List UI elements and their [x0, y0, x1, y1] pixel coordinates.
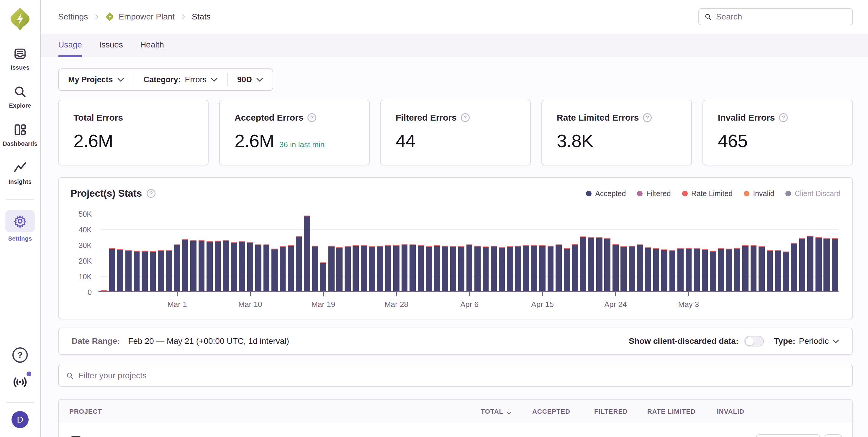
chart-bar[interactable]	[474, 246, 480, 291]
chart-bar[interactable]	[604, 238, 611, 291]
project-settings-button[interactable]	[825, 434, 842, 437]
chart-bar[interactable]	[166, 250, 172, 291]
chart-bar[interactable]	[247, 242, 253, 291]
chart-bar[interactable]	[369, 246, 375, 291]
chart-bar[interactable]	[807, 236, 813, 291]
chart-bar[interactable]	[799, 238, 805, 291]
chart-bar[interactable]	[142, 250, 148, 291]
chart-bar[interactable]	[670, 250, 676, 291]
chart-bar[interactable]	[556, 244, 562, 291]
category-selector[interactable]: Category: Errors	[134, 69, 227, 90]
client-discard-toggle[interactable]	[744, 336, 764, 346]
chart-bar[interactable]	[450, 246, 457, 291]
chart-bar[interactable]	[783, 251, 789, 291]
chart-bar[interactable]	[702, 249, 708, 291]
chart-bar[interactable]	[564, 248, 570, 291]
chart-bar[interactable]	[434, 245, 440, 291]
breadcrumb-org[interactable]: Empower Plant	[119, 12, 175, 22]
chart-bar[interactable]	[158, 250, 164, 291]
legend-item-rate-limited[interactable]: Rate Limited	[682, 189, 733, 198]
chart-bar[interactable]	[231, 242, 237, 291]
column-total[interactable]: TOTAL	[461, 408, 513, 415]
chart-bar[interactable]	[775, 250, 781, 291]
column-rate-limited[interactable]: RATE LIMITED	[628, 408, 696, 415]
chart-bar[interactable]	[393, 245, 400, 291]
help-circle-icon[interactable]: ?	[779, 113, 788, 122]
chart-bar[interactable]	[134, 250, 140, 291]
chart-bar[interactable]	[329, 246, 335, 291]
chart-bar[interactable]	[426, 246, 432, 291]
chart-bar[interactable]	[117, 249, 123, 291]
chart-bar[interactable]	[751, 245, 757, 291]
chart-bar[interactable]	[442, 246, 448, 291]
chart-bar[interactable]	[661, 249, 668, 291]
chart-bar[interactable]	[336, 247, 343, 291]
help-circle-icon[interactable]: ?	[307, 113, 316, 122]
chart-bar[interactable]	[198, 240, 205, 291]
chart-bar[interactable]	[223, 240, 229, 291]
chart-bar[interactable]	[255, 244, 261, 291]
chart-bar[interactable]	[539, 245, 546, 291]
column-accepted[interactable]: ACCEPTED	[513, 408, 570, 415]
sentry-logo[interactable]	[8, 6, 32, 31]
search-input[interactable]	[716, 12, 847, 22]
chart-bar[interactable]	[637, 244, 643, 291]
chart-bar[interactable]	[613, 244, 619, 291]
chart-bar[interactable]	[515, 246, 521, 291]
avatar[interactable]: D	[11, 411, 29, 428]
legend-item-client-discard[interactable]: Client Discard	[785, 189, 841, 198]
chart-bar[interactable]	[523, 245, 529, 291]
chart-bar[interactable]	[694, 248, 700, 291]
chart-bar[interactable]	[207, 241, 213, 291]
chart-bar[interactable]	[620, 246, 627, 291]
type-selector[interactable]: Type: Periodic	[774, 336, 839, 346]
chart-bar[interactable]	[352, 245, 359, 291]
legend-item-filtered[interactable]: Filtered	[637, 189, 671, 198]
chart-bar[interactable]	[767, 250, 773, 291]
chart-bar[interactable]	[345, 246, 351, 291]
global-search[interactable]	[699, 8, 853, 25]
breadcrumb-settings[interactable]: Settings	[58, 12, 88, 22]
chart-bar[interactable]	[458, 246, 464, 291]
sidebar-item-explore[interactable]: Explore	[9, 84, 31, 109]
chart-bar[interactable]	[304, 215, 310, 291]
chart-bar[interactable]	[507, 246, 513, 291]
chart-bar[interactable]	[588, 237, 594, 291]
sidebar-item-insights[interactable]: Insights	[8, 160, 32, 185]
chart-bar[interactable]	[361, 245, 367, 291]
chart-bar[interactable]	[377, 246, 383, 291]
chart-bar[interactable]	[320, 263, 326, 291]
chart-bar[interactable]	[499, 247, 505, 291]
chart-bar[interactable]	[385, 245, 392, 291]
chart-bar[interactable]	[150, 251, 156, 291]
chart-bar[interactable]	[491, 246, 497, 291]
sidebar-item-settings[interactable]: Settings	[5, 210, 35, 242]
chart-bar[interactable]	[726, 248, 732, 291]
chart-bar[interactable]	[109, 248, 115, 291]
chart-bar[interactable]	[824, 238, 830, 291]
chart-bar[interactable]	[596, 237, 602, 291]
whats-new-button[interactable]	[12, 374, 28, 391]
chart-bar[interactable]	[483, 246, 489, 291]
chart-bar[interactable]	[580, 236, 586, 291]
chart-bar[interactable]	[174, 244, 180, 291]
tab-issues[interactable]: Issues	[99, 40, 123, 57]
chart-bar[interactable]	[466, 244, 473, 291]
chart-bar[interactable]	[402, 244, 408, 291]
chart-bar[interactable]	[101, 290, 107, 291]
chart-bar[interactable]	[815, 237, 822, 291]
help-circle-icon[interactable]: ?	[461, 113, 470, 122]
chart-bar[interactable]	[125, 250, 132, 291]
chart-bar[interactable]	[531, 245, 537, 291]
chart-bar[interactable]	[239, 241, 245, 291]
sidebar-item-issues[interactable]: Issues	[11, 46, 29, 71]
chart-bar[interactable]	[190, 240, 196, 291]
help-icon[interactable]: ?	[12, 347, 28, 363]
project-filter[interactable]	[58, 365, 853, 386]
bar-chart[interactable]: 010K20K30K40K50K Mar 1Mar 10Mar 19Mar 28…	[70, 206, 841, 311]
chart-bar[interactable]	[409, 244, 416, 291]
chart-bar[interactable]	[288, 245, 294, 291]
chart-bar[interactable]	[272, 248, 278, 291]
chart-bar[interactable]	[296, 236, 302, 291]
legend-item-invalid[interactable]: Invalid	[744, 189, 774, 198]
